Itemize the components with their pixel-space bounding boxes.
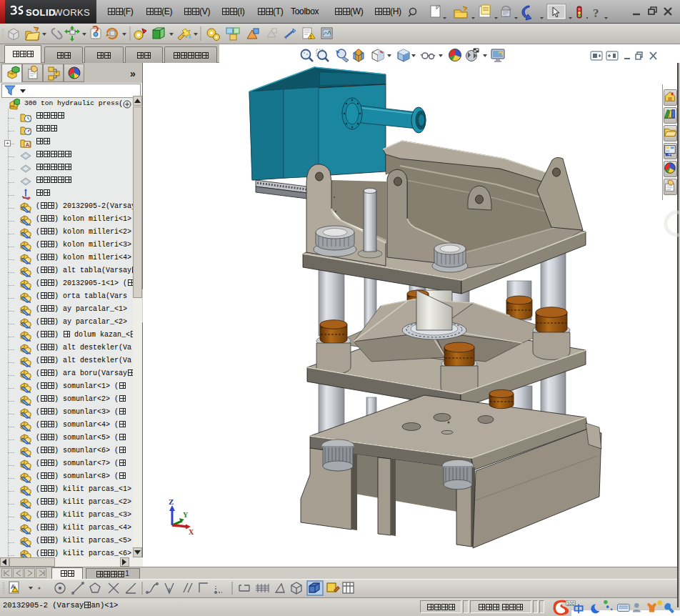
svg-text:SOLID: SOLID (26, 7, 56, 18)
svg-text:A: A (11, 583, 16, 590)
svg-text:WORKS: WORKS (54, 7, 90, 18)
svg-text:?: ? (593, 6, 599, 20)
svg-text:!: ! (310, 34, 311, 39)
svg-text:100: 100 (566, 601, 574, 606)
